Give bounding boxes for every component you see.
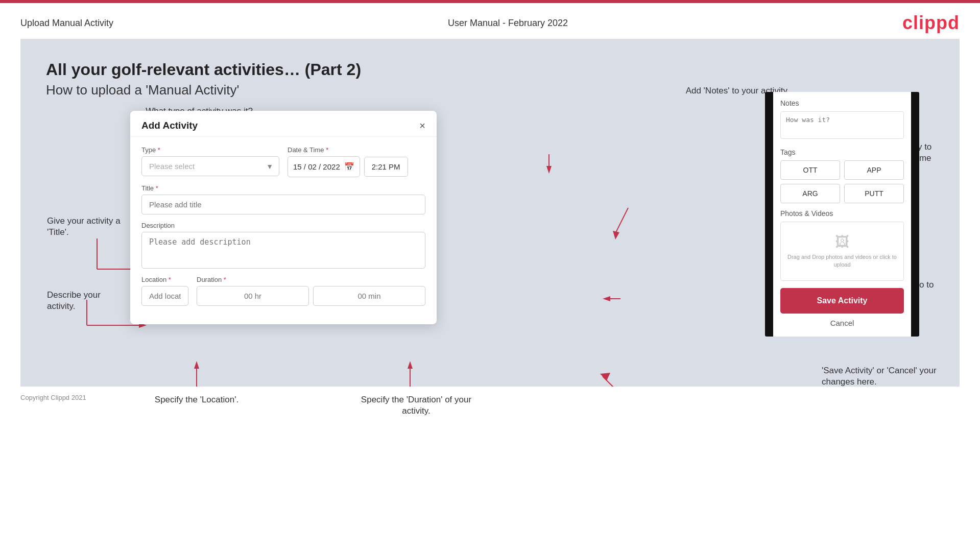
calendar-icon: 📅 — [344, 162, 354, 172]
ann-title: Give your activity a 'Title'. — [47, 215, 139, 238]
duration-group: Duration * — [197, 276, 425, 306]
duration-min-input[interactable] — [313, 286, 425, 306]
type-group: Type * Please select ▼ — [141, 146, 279, 177]
cancel-link[interactable]: Cancel — [780, 319, 904, 327]
datetime-inputs: 15 / 02 / 2022 📅 2:21 PM — [288, 156, 425, 177]
phone-content: Notes Tags OTT APP ARG PUTT Photos & Vid… — [773, 92, 911, 337]
tags-grid: OTT APP ARG PUTT — [780, 160, 904, 203]
ann-duration: Specify the 'Duration' of your activity. — [357, 394, 475, 417]
description-label: Description — [141, 222, 425, 229]
upload-text: Drag and Drop photos and videos or click… — [786, 253, 898, 269]
location-input[interactable] — [141, 286, 188, 306]
ann-save-cancel: 'Save Activity' or 'Cancel' your changes… — [822, 365, 944, 388]
tags-section-label: Tags — [780, 148, 904, 156]
logo: clippd — [902, 12, 960, 34]
svg-line-21 — [603, 376, 623, 387]
type-label: Type * — [141, 146, 279, 154]
duration-hr-input[interactable] — [197, 286, 309, 306]
svg-marker-22 — [600, 373, 610, 380]
title-input[interactable] — [141, 195, 425, 214]
type-select-wrapper: Please select ▼ — [141, 156, 279, 176]
ann-location: Specify the 'Location'. — [151, 394, 243, 405]
description-textarea[interactable] — [141, 232, 425, 269]
location-duration-row: Location * Duration * — [141, 276, 425, 306]
phone-panel-wrapper: Notes Tags OTT APP ARG PUTT Photos & Vid… — [773, 92, 911, 337]
title-group: Title * — [141, 184, 425, 214]
svg-line-17 — [615, 208, 628, 233]
header: Upload Manual Activity User Manual - Feb… — [0, 3, 980, 39]
datetime-group: Date & Time * 15 / 02 / 2022 📅 2:21 PM — [288, 146, 425, 177]
dialog-header: Add Activity × — [130, 111, 437, 137]
add-activity-dialog: Add Activity × Type * Please select ▼ — [130, 111, 437, 324]
svg-marker-16 — [546, 166, 552, 174]
tag-arg[interactable]: ARG — [780, 184, 840, 203]
duration-inputs — [197, 286, 425, 306]
upload-icon: 🖼 — [786, 233, 898, 250]
dialog-title: Add Activity — [141, 120, 198, 131]
type-datetime-row: Type * Please select ▼ Date & Time * — [141, 146, 425, 177]
phone-panel-relative: Notes Tags OTT APP ARG PUTT Photos & Vid… — [773, 92, 911, 337]
ann-describe: Describe your activity. — [47, 290, 129, 312]
svg-marker-18 — [613, 231, 619, 239]
svg-marker-14 — [408, 361, 413, 369]
save-activity-button[interactable]: Save Activity — [780, 288, 904, 314]
copyright: Copyright Clippd 2021 — [20, 394, 86, 401]
footer: Copyright Clippd 2021 — [0, 387, 980, 409]
upload-box[interactable]: 🖼 Drag and Drop photos and videos or cli… — [780, 222, 904, 281]
notes-section-label: Notes — [780, 99, 904, 107]
photos-section-label: Photos & Videos — [780, 209, 904, 218]
title-field-label: Title * — [141, 184, 425, 192]
tag-putt[interactable]: PUTT — [844, 184, 904, 203]
time-input[interactable]: 2:21 PM — [364, 157, 408, 177]
tag-ott[interactable]: OTT — [780, 160, 840, 180]
description-group: Description — [141, 222, 425, 269]
svg-marker-12 — [194, 361, 199, 369]
datetime-label: Date & Time * — [288, 146, 425, 154]
tag-app[interactable]: APP — [844, 160, 904, 180]
svg-marker-20 — [603, 296, 610, 301]
page-title: All your golf-relevant activities… (Part… — [46, 60, 934, 79]
type-select[interactable]: Please select — [141, 156, 279, 176]
location-label: Location * — [141, 276, 188, 283]
header-center: User Manual - February 2022 — [448, 18, 568, 29]
location-group: Location * — [141, 276, 188, 306]
dialog-body: Type * Please select ▼ Date & Time * — [130, 137, 437, 324]
notes-textarea[interactable] — [780, 111, 904, 139]
header-left: Upload Manual Activity — [20, 18, 113, 29]
duration-label: Duration * — [197, 276, 425, 283]
phone-right-bar — [911, 92, 919, 337]
phone-left-bar — [765, 92, 773, 337]
close-button[interactable]: × — [419, 121, 425, 131]
date-input[interactable]: 15 / 02 / 2022 📅 — [288, 156, 360, 177]
main-content: All your golf-relevant activities… (Part… — [20, 39, 960, 387]
